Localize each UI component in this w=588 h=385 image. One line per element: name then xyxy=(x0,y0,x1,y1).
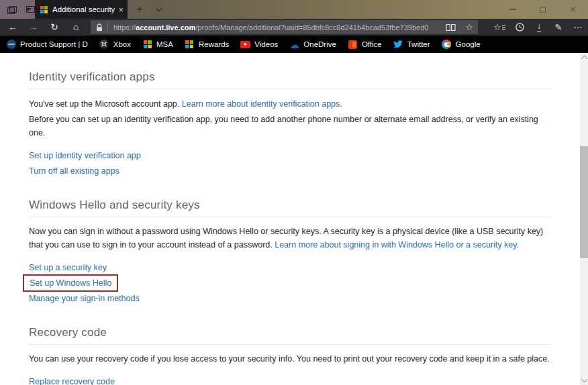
turn-off-apps-link[interactable]: Turn off all existing apps xyxy=(29,166,119,176)
favorite-product-support[interactable]: Product Support | D xyxy=(6,40,88,50)
videos-icon xyxy=(240,40,250,50)
identity-links: Set up identity verification app Turn of… xyxy=(29,150,550,174)
setup-security-key-link[interactable]: Set up a security key xyxy=(29,263,107,272)
section-recovery-code: Recovery code You can use your recovery … xyxy=(29,326,550,385)
vertical-scrollbar[interactable] xyxy=(580,53,588,385)
url-protocol: https:// xyxy=(113,23,136,32)
section-divider xyxy=(29,217,550,217)
section-heading: Identity verification apps xyxy=(29,70,550,84)
section-heading: Recovery code xyxy=(29,326,550,339)
maximize-icon xyxy=(540,7,546,13)
minimize-icon xyxy=(509,9,516,9)
red-highlight-box: Set up Windows Hello xyxy=(23,274,118,292)
twitter-bird-icon xyxy=(393,40,403,50)
close-tab-icon[interactable]: × xyxy=(118,5,124,14)
forward-button[interactable]: → xyxy=(24,19,42,36)
favorite-office[interactable]: Office xyxy=(348,40,382,50)
chevron-down-icon xyxy=(155,5,162,11)
section-divider xyxy=(29,344,550,345)
browser-navbar: ← → ↻ ⌂ https://account.live.com/proofs/… xyxy=(0,19,588,36)
office-icon xyxy=(348,40,358,50)
web-note-button[interactable]: ✎ xyxy=(550,19,567,36)
scroll-up-icon[interactable] xyxy=(581,56,587,62)
url-path: /proofs/Manage/additional?uaid=85dbfc8cc… xyxy=(195,23,428,32)
identity-requirement-paragraph: Before you can set up an identity verifi… xyxy=(29,113,550,140)
favorite-msa[interactable]: MSA xyxy=(142,40,173,50)
browser-tab[interactable]: Additional security opt × xyxy=(35,0,128,19)
msa-icon xyxy=(142,40,152,50)
hello-body-paragraph: Now you can sign in without a password u… xyxy=(29,225,550,252)
tab-preview-icon xyxy=(7,6,15,13)
recovery-body-paragraph: You can use your recovery code if you lo… xyxy=(29,352,550,366)
setup-identity-app-link[interactable]: Set up identity verification app xyxy=(29,151,141,160)
hello-links: Set up a security key Set up Windows Hel… xyxy=(29,262,550,302)
url-text: https://account.live.com/proofs/Manage/a… xyxy=(113,23,441,32)
close-window-button[interactable] xyxy=(558,0,588,19)
minimize-button[interactable] xyxy=(497,0,528,19)
favorites-hub-button[interactable]: ☆ xyxy=(491,19,508,36)
identity-intro-text: You've set up the Microsoft account app. xyxy=(29,99,182,109)
replace-recovery-code-link[interactable]: Replace recovery code xyxy=(29,377,115,385)
favorite-twitter[interactable]: Twitter xyxy=(393,40,430,50)
window-controls xyxy=(497,0,588,19)
section-divider xyxy=(29,89,550,89)
hub-star-icon: ☆ xyxy=(493,23,505,32)
favorite-rewards[interactable]: Rewards xyxy=(185,40,229,50)
history-button[interactable] xyxy=(511,19,528,36)
section-windows-hello: Windows Hello and security keys Now you … xyxy=(29,199,550,302)
onedrive-cloud-icon: ☁ xyxy=(289,40,299,50)
history-clock-icon xyxy=(515,22,525,32)
downloads-button[interactable]: ↓ xyxy=(530,19,548,36)
url-divider xyxy=(107,23,108,32)
address-bar[interactable]: https://account.live.com/proofs/Manage/a… xyxy=(91,20,478,34)
reading-view-button[interactable] xyxy=(441,23,460,32)
favorite-google[interactable]: Google xyxy=(442,40,481,50)
section-heading: Windows Hello and security keys xyxy=(29,199,550,212)
setup-windows-hello-link[interactable]: Set up Windows Hello xyxy=(30,278,111,288)
learn-more-identity-link[interactable]: Learn more about identity verification a… xyxy=(182,99,342,109)
home-button[interactable]: ⌂ xyxy=(67,19,85,36)
recovery-links: Replace recovery code xyxy=(29,376,550,385)
close-icon xyxy=(570,6,577,13)
back-button[interactable]: ← xyxy=(4,19,21,36)
browser-titlebar: Additional security opt × + xyxy=(0,0,588,19)
google-icon xyxy=(442,40,452,50)
url-domain: account.live.com xyxy=(136,23,195,32)
more-options-button[interactable]: ⋯ xyxy=(569,19,587,36)
book-icon xyxy=(446,23,456,32)
scrollbar-thumb[interactable] xyxy=(580,146,588,258)
xbox-icon xyxy=(99,40,109,50)
manage-sign-in-methods-link[interactable]: Manage your sign-in methods xyxy=(29,294,140,303)
favorite-onedrive[interactable]: ☁ OneDrive xyxy=(289,40,336,50)
tab-list-dropdown[interactable] xyxy=(150,0,166,19)
page-content: Identity verification apps You've set up… xyxy=(0,53,588,385)
download-icon: ↓ xyxy=(537,22,541,32)
maximize-button[interactable] xyxy=(528,0,558,19)
favorite-videos[interactable]: Videos xyxy=(240,40,278,50)
favorites-bar: Product Support | D Xbox MSA Rewards Vid… xyxy=(0,36,588,53)
add-favorite-button[interactable]: ☆ xyxy=(460,22,478,32)
rewards-icon xyxy=(185,40,195,50)
lock-icon xyxy=(91,23,107,32)
scroll-down-icon[interactable] xyxy=(581,376,587,383)
learn-more-hello-link[interactable]: Learn more about signing in with Windows… xyxy=(275,240,519,250)
section-identity-verification-apps: Identity verification apps You've set up… xyxy=(29,70,550,174)
refresh-button[interactable]: ↻ xyxy=(46,19,63,36)
tab-title: Additional security opt xyxy=(52,5,115,13)
product-support-icon xyxy=(6,40,16,50)
microsoft-favicon xyxy=(40,6,48,13)
browser-window: Additional security opt × + ← → ↻ ⌂ http… xyxy=(0,0,588,385)
tab-preview-button[interactable] xyxy=(3,0,20,19)
favorite-xbox[interactable]: Xbox xyxy=(99,40,131,50)
new-tab-button[interactable]: + xyxy=(132,0,148,19)
set-tabs-aside-icon xyxy=(26,6,35,13)
identity-intro-paragraph: You've set up the Microsoft account app.… xyxy=(29,97,550,111)
